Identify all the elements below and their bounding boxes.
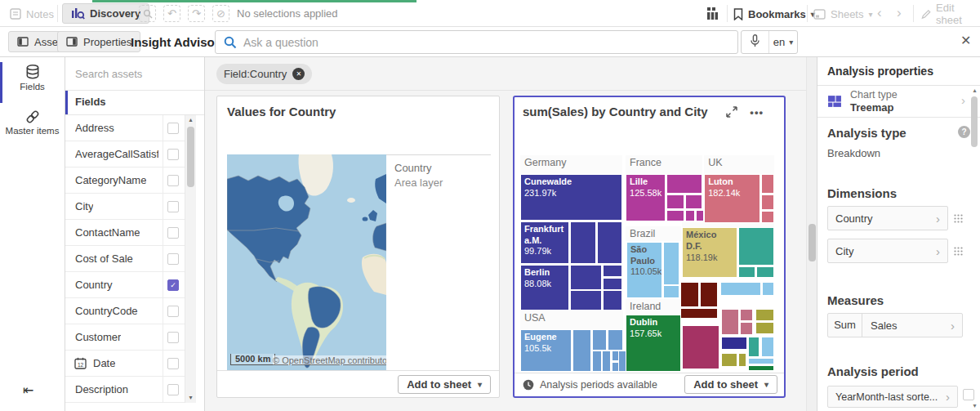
treemap-tile[interactable] [748, 358, 774, 364]
dimension-row-city[interactable]: City› [827, 239, 948, 263]
chart-type-row[interactable]: Chart type Treemap › [817, 86, 980, 118]
edit-sheet-button[interactable]: Edit sheet [921, 4, 980, 24]
add-to-sheet-button[interactable]: Add to sheet ▾ [684, 375, 777, 394]
close-advisor-button[interactable]: ✕ [960, 33, 971, 48]
treemap-cell-s-o-paulo[interactable]: São Paulo110.05k [626, 242, 662, 298]
remove-filter-icon[interactable]: ✕ [292, 68, 305, 80]
field-row-partial[interactable] [65, 403, 185, 411]
treemap-tile[interactable] [761, 211, 774, 223]
treemap-tile[interactable] [666, 174, 702, 194]
collapse-panel-button[interactable]: ⇤ [23, 382, 33, 398]
scrollbar-thumb[interactable] [971, 96, 978, 147]
field-list-scrollbar[interactable]: ▴ ▾ [185, 115, 196, 403]
treemap-tile[interactable] [721, 353, 737, 367]
map-attribution-link[interactable]: © OpenStreetMap contributors [273, 355, 386, 365]
treemap-tile[interactable] [685, 194, 702, 209]
treemap-tile[interactable] [762, 282, 774, 296]
step-back-button[interactable]: ↶ [163, 5, 180, 22]
sheets-button[interactable]: Sheets ▾ [813, 4, 873, 24]
treemap-tile[interactable] [756, 266, 774, 278]
scroll-down-arrow[interactable]: ▾ [185, 393, 196, 403]
treemap-cell-luton[interactable]: Luton182.14k [704, 174, 760, 223]
scroll-up-arrow[interactable]: ▴ [185, 115, 196, 125]
previous-sheet-button[interactable]: ‹ [877, 4, 882, 22]
field-checkbox[interactable]: ✓ [167, 279, 179, 291]
treemap-tile[interactable] [663, 242, 679, 285]
treemap-tile[interactable] [755, 309, 774, 321]
dimension-drag-handle[interactable] [953, 212, 964, 223]
treemap-cell-frankfurt-a-m-[interactable]: Frankfurt a.M.99.79k [520, 221, 569, 264]
treemap-tile[interactable] [663, 285, 679, 298]
treemap-tile[interactable] [666, 210, 684, 221]
treemap-tile[interactable] [592, 329, 607, 350]
search-selections-button[interactable] [139, 5, 156, 22]
treemap-header-france[interactable]: France [626, 155, 702, 174]
treemap-tile[interactable] [748, 365, 774, 371]
treemap-cell-cunewalde[interactable]: Cunewalde231.97k [520, 174, 622, 221]
treemap-tile[interactable] [597, 221, 622, 264]
treemap-header-usa[interactable]: USA [520, 310, 623, 329]
treemap-tile[interactable] [570, 265, 602, 290]
treemap-header-brazil[interactable]: Brazil [626, 226, 681, 241]
world-map-chart[interactable]: 5000 km © OpenStreetMap contributors [227, 154, 386, 370]
field-row-averagecallsatisfa-[interactable]: AverageCallSatisfa... [65, 141, 185, 168]
field-row-country[interactable]: Country✓ [65, 272, 185, 298]
treemap-chart[interactable]: GermanyFranceUKBrazilIrelandUSACunewalde… [520, 155, 774, 373]
treemap-tile[interactable] [572, 329, 592, 372]
treemap-tile[interactable] [602, 351, 611, 372]
treemap-header-germany[interactable]: Germany [520, 155, 622, 174]
search-assets-input[interactable] [75, 65, 188, 83]
treemap-tile[interactable] [603, 278, 622, 290]
treemap-chart-card[interactable]: sum(Sales) by Country and City ••• Germa… [513, 96, 786, 398]
treemap-tile[interactable] [738, 353, 747, 367]
field-row-cost-of-sale[interactable]: Cost of Sale [65, 246, 185, 272]
treemap-tile[interactable] [696, 210, 704, 221]
step-forward-button[interactable]: ↷ [188, 5, 205, 22]
add-to-sheet-button[interactable]: Add to sheet ▾ [398, 375, 491, 394]
treemap-cell-lille[interactable]: Lille125.58k [626, 174, 666, 221]
expand-icon[interactable] [725, 105, 738, 118]
treemap-tile[interactable] [682, 325, 719, 369]
rail-tab-master-items[interactable]: Master items [0, 108, 65, 145]
treemap-tile[interactable] [721, 337, 747, 350]
treemap-header-uk[interactable]: UK [704, 155, 774, 174]
field-checkbox[interactable] [167, 384, 179, 395]
treemap-cell-berlin[interactable]: Berlin88.08k [520, 265, 569, 310]
discovery-tab[interactable]: Discovery [62, 3, 149, 24]
treemap-tile[interactable] [738, 227, 774, 266]
bookmarks-button[interactable]: Bookmarks ▾ [733, 4, 815, 24]
treemap-tile[interactable] [680, 282, 698, 307]
results-scrollbar[interactable] [806, 57, 817, 411]
field-row-description[interactable]: Description [65, 377, 185, 403]
field-checkbox[interactable] [167, 201, 179, 212]
treemap-tile[interactable] [570, 221, 596, 264]
field-checkbox[interactable] [167, 149, 179, 160]
treemap-tile[interactable] [740, 309, 753, 321]
treemap-tile[interactable] [761, 337, 774, 357]
drag-handle-icon[interactable] [953, 246, 964, 257]
fields-section-header[interactable]: Fields [65, 90, 204, 115]
treemap-tile[interactable] [608, 329, 623, 350]
clear-selections-button[interactable]: ⊘ [212, 5, 229, 22]
field-checkbox[interactable] [167, 175, 179, 186]
field-checkbox[interactable] [167, 253, 179, 265]
field-checkbox[interactable] [167, 332, 179, 343]
field-checkbox[interactable] [167, 227, 179, 239]
treemap-tile[interactable] [748, 337, 760, 357]
treemap-tile[interactable] [570, 290, 602, 310]
measure-row-sales[interactable]: Sum Sales › [827, 313, 963, 337]
treemap-tile[interactable] [720, 282, 761, 296]
help-icon[interactable]: ? [958, 126, 970, 138]
next-sheet-button[interactable]: › [897, 4, 902, 22]
scrollbar-thumb[interactable] [808, 224, 816, 261]
field-row-date[interactable]: 12Date [65, 351, 185, 377]
field-checkbox[interactable] [167, 123, 179, 134]
treemap-tile[interactable] [700, 282, 719, 307]
map-chart-card[interactable]: Values for Country [216, 96, 500, 398]
drag-handle-icon[interactable] [953, 213, 964, 224]
field-checkbox[interactable] [167, 358, 179, 369]
treemap-tile[interactable] [603, 265, 622, 277]
treemap-tile[interactable] [761, 194, 774, 210]
field-checkbox[interactable] [167, 306, 179, 317]
dimension-row-country[interactable]: Country› [827, 206, 948, 230]
